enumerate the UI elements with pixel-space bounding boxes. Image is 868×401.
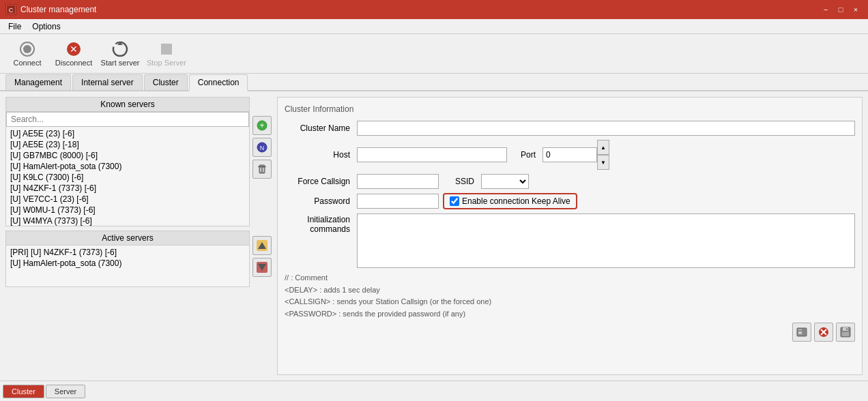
disconnect-icon: ✕ <box>66 41 82 57</box>
close-button[interactable]: × <box>849 3 863 16</box>
cancel-button[interactable] <box>814 323 833 342</box>
active-server-buttons <box>252 231 272 287</box>
hint-delay: <DELAY> : adds 1 sec delay <box>285 284 855 297</box>
svg-rect-6 <box>161 44 172 55</box>
svg-text:C: C <box>9 7 14 14</box>
keep-alive-label: Enable connection Keep Alive <box>462 196 570 206</box>
list-item[interactable]: [U] HamAlert-pota_sota (7300) <box>8 161 248 172</box>
ssid-label: SSID <box>443 177 477 186</box>
password-row: Password Enable connection Keep Alive <box>285 193 855 209</box>
app-icon: C <box>5 4 16 15</box>
svg-rect-21 <box>798 331 802 334</box>
list-item[interactable]: [U] HamAlert-pota_sota (7300) <box>8 258 248 269</box>
svg-rect-20 <box>798 329 802 330</box>
svg-text:N: N <box>260 145 265 151</box>
svg-rect-27 <box>842 332 849 336</box>
tab-cluster[interactable]: Cluster <box>144 74 188 90</box>
restore-button[interactable]: □ <box>834 3 848 16</box>
menu-options[interactable]: Options <box>27 20 66 33</box>
port-down-button[interactable]: ▼ <box>597 155 609 170</box>
start-server-button[interactable]: Start server <box>98 37 142 71</box>
keep-alive-checkbox[interactable] <box>450 196 459 206</box>
password-label: Password <box>285 196 353 206</box>
host-port-row: Host Port ▲ ▼ <box>285 140 855 170</box>
list-item[interactable]: [U] VE7CC-1 (23) [-6] <box>8 194 248 205</box>
hint-comment: // : Comment <box>285 272 855 284</box>
known-server-buttons: + N <box>252 97 272 226</box>
cluster-name-input[interactable] <box>357 121 855 136</box>
known-servers-header: Known servers <box>6 98 249 112</box>
init-commands-label: Initialization commands <box>285 213 353 234</box>
force-callsign-input[interactable] <box>357 174 439 189</box>
tab-management[interactable]: Management <box>5 74 71 90</box>
stop-server-button[interactable]: Stop Server <box>145 37 188 71</box>
cluster-name-label: Cluster Name <box>285 123 353 133</box>
disconnect-label: Disconnect <box>55 59 92 67</box>
search-input[interactable] <box>6 112 249 127</box>
known-servers-list: [U] AE5E (23) [-6] [U] AE5E (23) [-18] [… <box>6 127 249 226</box>
stop-server-label: Stop Server <box>147 59 186 67</box>
svg-text:✕: ✕ <box>70 44 78 55</box>
svg-rect-12 <box>258 166 266 167</box>
save-button[interactable] <box>836 323 855 342</box>
stop-server-icon <box>158 41 175 57</box>
host-input[interactable] <box>357 147 507 162</box>
active-servers-list: [PRI] [U] N4ZKF-1 (7373) [-6] [U] HamAle… <box>6 246 249 286</box>
svg-rect-11 <box>259 165 265 173</box>
active-servers-header: Active servers <box>6 231 249 246</box>
list-item[interactable]: [U] K9LC (7300) [-6] <box>8 172 248 183</box>
main-content: Known servers [U] AE5E (23) [-6] [U] AE5… <box>0 91 868 381</box>
known-servers-panel: Known servers [U] AE5E (23) [-6] [U] AE5… <box>5 97 250 226</box>
svg-point-3 <box>23 45 31 53</box>
add-server-button[interactable]: + <box>252 116 272 135</box>
connect-button[interactable]: Connect <box>5 37 49 71</box>
list-item[interactable]: [U] W0MU-1 (7373) [-6] <box>8 205 248 216</box>
list-item[interactable]: [U] W4MYA (7373) [-6] <box>8 216 248 226</box>
status-tab-cluster[interactable]: Cluster <box>3 385 44 398</box>
title-bar: C Cluster management − □ × <box>0 0 868 19</box>
load-button[interactable] <box>792 323 811 342</box>
port-up-button[interactable]: ▲ <box>597 140 609 155</box>
init-commands-row: Initialization commands <box>285 213 855 268</box>
bottom-actions <box>285 323 855 342</box>
window-title: Cluster management <box>20 5 819 14</box>
start-server-label: Start server <box>101 59 140 67</box>
toolbar: Connect ✕ Disconnect Start server Stop S… <box>0 34 868 74</box>
hints-section: // : Comment <DELAY> : adds 1 sec delay … <box>285 272 855 320</box>
menu-file[interactable]: File <box>3 20 27 33</box>
list-item[interactable]: [U] AE5E (23) [-6] <box>8 128 248 139</box>
move-down-button[interactable] <box>252 258 272 277</box>
remove-server-button[interactable] <box>252 160 272 179</box>
new-server-button[interactable]: N <box>252 138 272 157</box>
ssid-select[interactable] <box>481 174 529 189</box>
hint-callsign: <CALLSIGN> : sends your Station Callsign… <box>285 296 855 308</box>
callsign-ssid-row: Force Callsign SSID <box>285 174 855 189</box>
active-servers-panel: Active servers [PRI] [U] N4ZKF-1 (7373) … <box>5 231 250 287</box>
list-item[interactable]: [U] AE5E (23) [-18] <box>8 139 248 150</box>
tab-connection[interactable]: Connection <box>189 74 248 91</box>
disconnect-button[interactable]: ✕ Disconnect <box>52 37 96 71</box>
list-item[interactable]: [U] N4ZKF-1 (7373) [-6] <box>8 183 248 194</box>
svg-text:+: + <box>259 121 264 130</box>
move-up-button[interactable] <box>252 236 272 255</box>
list-item[interactable]: [U] GB7MBC (8000) [-6] <box>8 150 248 161</box>
minimize-button[interactable]: − <box>819 3 833 16</box>
cluster-info-panel: Cluster Information Cluster Name Host Po… <box>277 97 863 375</box>
status-tab-server[interactable]: Server <box>46 385 85 398</box>
start-server-icon <box>112 41 128 57</box>
port-spinner: ▲ ▼ <box>542 140 609 170</box>
cluster-info-title: Cluster Information <box>285 104 855 114</box>
port-label: Port <box>511 150 538 160</box>
password-input[interactable] <box>357 194 439 209</box>
menu-bar: File Options <box>0 19 868 34</box>
tab-bar: Management Internal server Cluster Conne… <box>0 74 868 91</box>
force-callsign-label: Force Callsign <box>285 177 353 186</box>
hint-password: <PASSWORD> : sends the provided password… <box>285 308 855 321</box>
init-commands-textarea[interactable] <box>357 213 855 268</box>
port-input[interactable] <box>542 147 597 162</box>
list-item[interactable]: [PRI] [U] N4ZKF-1 (7373) [-6] <box>8 247 248 258</box>
keep-alive-box: Enable connection Keep Alive <box>443 193 577 209</box>
tab-internal-server[interactable]: Internal server <box>72 74 143 90</box>
host-label: Host <box>285 150 353 160</box>
svg-rect-28 <box>846 328 848 330</box>
